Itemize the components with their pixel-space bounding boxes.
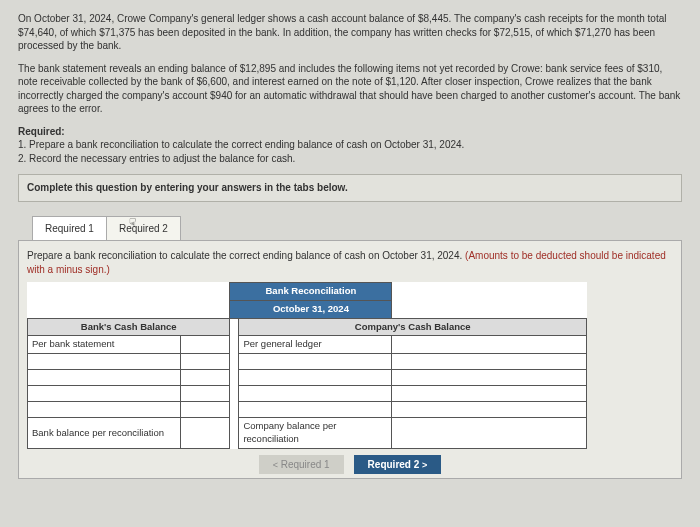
- nav-prev-button[interactable]: < Required 1: [259, 455, 344, 474]
- input-bank-line-4-desc[interactable]: [28, 402, 181, 418]
- problem-paragraph-2: The bank statement reveals an ending bal…: [18, 62, 682, 116]
- work-panel: Prepare a bank reconciliation to calcula…: [18, 240, 682, 479]
- label-company-balance-per-recon: Company balance per reconciliation: [239, 418, 392, 449]
- table-date: October 31, 2024: [230, 300, 392, 318]
- tab-required-2-label: Required 2: [119, 223, 168, 234]
- problem-paragraph-1: On October 31, 2024, Crowe Company's gen…: [18, 12, 682, 53]
- input-per-bank-statement[interactable]: [180, 336, 230, 354]
- label-per-general-ledger: Per general ledger: [239, 336, 392, 354]
- nav-row: < Required 1 Required 2 >: [27, 455, 673, 474]
- input-company-line-4-desc[interactable]: [239, 402, 392, 418]
- chevron-left-icon: <: [273, 460, 278, 470]
- input-company-line-3-amt[interactable]: [392, 386, 587, 402]
- input-company-balance-per-recon[interactable]: [392, 418, 587, 449]
- input-per-general-ledger[interactable]: [392, 336, 587, 354]
- col-head-bank: Bank's Cash Balance: [28, 318, 230, 336]
- input-bank-line-1-desc[interactable]: [28, 354, 181, 370]
- input-bank-line-3-desc[interactable]: [28, 386, 181, 402]
- reconciliation-table: Bank Reconciliation October 31, 2024 Ban…: [27, 282, 587, 449]
- input-company-line-4-amt[interactable]: [392, 402, 587, 418]
- panel-prompt: Prepare a bank reconciliation to calcula…: [27, 249, 673, 276]
- input-company-line-2-amt[interactable]: [392, 370, 587, 386]
- panel-prompt-main: Prepare a bank reconciliation to calcula…: [27, 250, 465, 261]
- input-bank-line-2-amt[interactable]: [180, 370, 230, 386]
- col-head-company: Company's Cash Balance: [239, 318, 587, 336]
- instruction-box: Complete this question by entering your …: [18, 174, 682, 202]
- input-bank-balance-per-recon[interactable]: [180, 418, 230, 449]
- nav-prev-label: Required 1: [281, 459, 330, 470]
- input-company-line-3-desc[interactable]: [239, 386, 392, 402]
- input-bank-line-1-amt[interactable]: [180, 354, 230, 370]
- required-item-2: 2. Record the necessary entries to adjus…: [18, 152, 682, 166]
- label-bank-balance-per-recon: Bank balance per reconciliation: [28, 418, 181, 449]
- tab-required-1[interactable]: Required 1: [32, 216, 107, 241]
- input-bank-line-3-amt[interactable]: [180, 386, 230, 402]
- nav-next-button[interactable]: Required 2 >: [354, 455, 442, 474]
- chevron-right-icon: >: [422, 460, 427, 470]
- input-bank-line-2-desc[interactable]: [28, 370, 181, 386]
- label-per-bank-statement: Per bank statement: [28, 336, 181, 354]
- input-company-line-1-desc[interactable]: [239, 354, 392, 370]
- tab-required-2[interactable]: Required 2 ☟: [106, 216, 181, 241]
- required-heading: Required:: [18, 125, 682, 139]
- input-company-line-2-desc[interactable]: [239, 370, 392, 386]
- table-title: Bank Reconciliation: [230, 283, 392, 301]
- input-bank-line-4-amt[interactable]: [180, 402, 230, 418]
- tab-bar: Required 1 Required 2 ☟: [32, 216, 682, 241]
- required-item-1: 1. Prepare a bank reconciliation to calc…: [18, 138, 682, 152]
- nav-next-label: Required 2: [368, 459, 420, 470]
- input-company-line-1-amt[interactable]: [392, 354, 587, 370]
